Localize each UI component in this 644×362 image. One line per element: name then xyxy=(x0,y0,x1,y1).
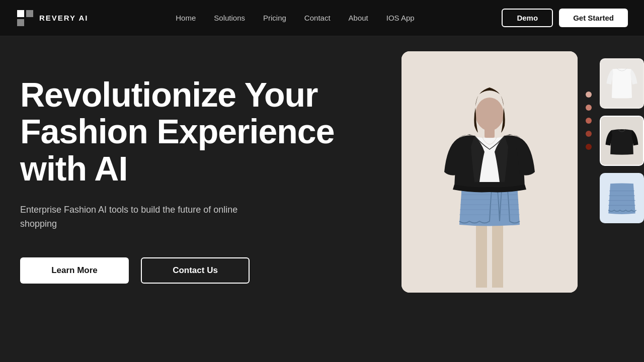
thumb-card-2[interactable] xyxy=(600,116,644,166)
nav-actions: Demo Get Started xyxy=(502,9,628,27)
nav-contact[interactable]: Contact xyxy=(304,14,331,22)
hero-section: Revolutionize Your Fashion Experience wi… xyxy=(0,36,644,362)
nav-about[interactable]: About xyxy=(349,14,368,22)
dot-3[interactable] xyxy=(586,118,592,124)
nav-links: Home Solutions Pricing Contact About IOS… xyxy=(176,14,414,23)
logo[interactable]: REVERY AI xyxy=(16,9,88,27)
dot-indicators xyxy=(586,92,592,150)
contact-us-button[interactable]: Contact Us xyxy=(141,257,250,284)
thumb-card-3[interactable] xyxy=(600,173,644,223)
brand-name: REVERY AI xyxy=(39,14,88,22)
hero-buttons: Learn More Contact Us xyxy=(20,257,362,284)
nav-pricing[interactable]: Pricing xyxy=(263,14,286,22)
logo-icon xyxy=(16,9,34,27)
svg-rect-1 xyxy=(26,10,33,17)
dot-1[interactable] xyxy=(586,92,592,98)
hero-subtitle: Enterprise Fashion AI tools to build the… xyxy=(20,203,272,231)
svg-rect-5 xyxy=(492,222,503,288)
dot-5[interactable] xyxy=(586,144,592,150)
hero-title: Revolutionize Your Fashion Experience wi… xyxy=(20,76,362,187)
model-figure xyxy=(401,51,578,293)
thumbnails xyxy=(600,58,644,223)
svg-rect-0 xyxy=(17,10,24,17)
nav-ios-app[interactable]: IOS App xyxy=(386,14,415,22)
main-model-card xyxy=(401,51,578,293)
demo-button[interactable]: Demo xyxy=(502,9,553,27)
svg-rect-2 xyxy=(17,19,24,26)
svg-point-13 xyxy=(475,98,504,131)
dot-4[interactable] xyxy=(586,131,592,137)
thumb-card-1[interactable] xyxy=(600,58,644,109)
navbar: REVERY AI Home Solutions Pricing Contact… xyxy=(0,0,644,36)
get-started-button[interactable]: Get Started xyxy=(559,9,628,27)
hero-visual xyxy=(401,36,644,362)
learn-more-button[interactable]: Learn More xyxy=(20,257,129,284)
svg-rect-4 xyxy=(476,222,487,288)
nav-home[interactable]: Home xyxy=(176,14,196,22)
dot-2[interactable] xyxy=(586,105,592,111)
nav-solutions[interactable]: Solutions xyxy=(214,14,245,22)
hero-text: Revolutionize Your Fashion Experience wi… xyxy=(20,66,362,284)
